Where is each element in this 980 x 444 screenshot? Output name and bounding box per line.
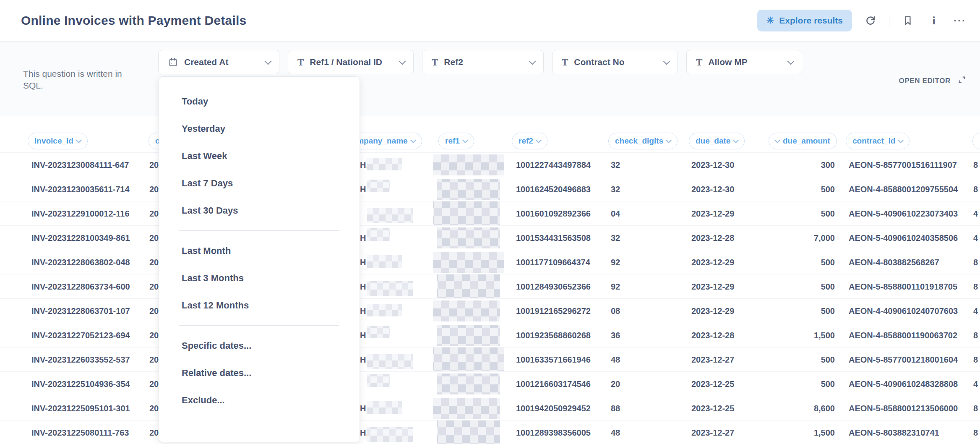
cell-ref2[interactable]: 1001227443497884	[516, 160, 591, 170]
cell-company-name-fragment[interactable]: H	[360, 233, 366, 243]
cell-contract-id[interactable]: AEON-4-4090610240707603	[849, 306, 958, 316]
cell-check-digits[interactable]: 92	[611, 282, 620, 291]
cell-ref2[interactable]: 1001534431563508	[516, 233, 591, 243]
cell-next-column-fragment[interactable]: 8	[973, 403, 978, 413]
page-title[interactable]: Online Invoices with Payment Details	[21, 13, 246, 28]
column-header-check-digits[interactable]: check_digits	[608, 133, 678, 149]
cell-check-digits[interactable]: 20	[611, 379, 620, 389]
cell-due-amount[interactable]: 7,000	[738, 233, 835, 243]
filter-contract-no[interactable]: T Contract No	[552, 50, 678, 74]
cell-company-name-fragment[interactable]: H	[360, 403, 366, 413]
cell-next-column-fragment[interactable]: 8	[973, 355, 978, 364]
cell-ref2[interactable]: 1001912165296272	[516, 306, 591, 316]
cell-check-digits[interactable]: 48	[611, 355, 620, 364]
cell-next-column-fragment[interactable]: 8	[973, 257, 978, 267]
cell-invoice-id[interactable]: INV-20231227052123-694	[31, 330, 130, 340]
cell-created-at-fragment[interactable]: 20	[149, 379, 159, 389]
cell-created-at-fragment[interactable]: 20	[149, 282, 159, 291]
cell-check-digits[interactable]: 36	[611, 330, 620, 340]
cell-invoice-id[interactable]: INV-20231228100349-861	[31, 233, 130, 243]
cell-next-column-fragment[interactable]: 8	[973, 330, 978, 340]
cell-company-name-fragment[interactable]: H	[360, 355, 366, 364]
explore-results-button[interactable]: ✳ Explore results	[757, 10, 852, 31]
menu-item-last-7-days[interactable]: Last 7 Days	[159, 170, 360, 197]
cell-created-at-fragment[interactable]: 20	[149, 257, 159, 267]
cell-ref2[interactable]: 1001216603174546	[516, 379, 591, 389]
cell-check-digits[interactable]: 88	[611, 403, 620, 413]
cell-due-amount[interactable]: 500	[738, 282, 835, 291]
cell-check-digits[interactable]: 32	[611, 184, 620, 194]
menu-item-last-week[interactable]: Last Week	[159, 142, 360, 170]
cell-company-name-fragment[interactable]: H	[360, 330, 366, 340]
cell-check-digits[interactable]: 32	[611, 233, 620, 243]
cell-ref2[interactable]: 1001284930652366	[516, 282, 591, 291]
cell-due-date[interactable]: 2023-12-29	[691, 257, 734, 267]
open-editor-button[interactable]: OPEN EDITOR	[897, 75, 969, 87]
cell-due-date[interactable]: 2023-12-30	[691, 184, 734, 194]
info-icon[interactable]: i	[926, 13, 941, 28]
cell-due-amount[interactable]: 1,500	[738, 428, 835, 437]
cell-check-digits[interactable]: 08	[611, 306, 620, 316]
column-header-contract-id[interactable]: contract_id	[846, 133, 910, 149]
column-header-partial[interactable]	[972, 133, 980, 149]
cell-ref2[interactable]: 1001177109664374	[516, 257, 590, 267]
cell-invoice-id[interactable]: INV-20231230035611-714	[31, 184, 130, 194]
cell-due-amount[interactable]: 500	[738, 306, 835, 316]
cell-due-amount[interactable]: 500	[738, 257, 835, 267]
cell-contract-id[interactable]: AEON-5-4090610240358506	[849, 233, 958, 243]
menu-item-last-3-months[interactable]: Last 3 Months	[159, 264, 360, 292]
column-header-ref1[interactable]: ref1	[438, 133, 474, 149]
menu-item-last-12-months[interactable]: Last 12 Months	[159, 292, 360, 319]
cell-created-at-fragment[interactable]: 20	[149, 330, 159, 340]
cell-due-date[interactable]: 2023-12-29	[691, 306, 734, 316]
cell-next-column-fragment[interactable]: 4	[973, 209, 978, 218]
cell-contract-id[interactable]: AEON-5-4090610223073403	[849, 209, 958, 218]
cell-next-column-fragment[interactable]: 8	[973, 428, 978, 437]
cell-contract-id[interactable]: AEON-5-8577001218001604	[849, 355, 958, 364]
bookmark-icon[interactable]	[900, 13, 915, 28]
cell-ref2[interactable]: 1001942050929452	[516, 403, 591, 413]
filter-created-at[interactable]: Created At	[158, 50, 279, 74]
cell-due-date[interactable]: 2023-12-28	[691, 330, 734, 340]
menu-item-specific-dates[interactable]: Specific dates...	[159, 332, 360, 359]
column-header-invoice-id[interactable]: invoice_id	[28, 133, 88, 149]
cell-due-amount[interactable]: 8,600	[738, 403, 835, 413]
cell-check-digits[interactable]: 92	[611, 257, 620, 267]
cell-next-column-fragment[interactable]: 8	[973, 282, 978, 291]
cell-invoice-id[interactable]: INV-20231226033552-537	[31, 355, 130, 364]
cell-ref2[interactable]: 1001633571661946	[516, 355, 591, 364]
cell-next-column-fragment[interactable]: 4	[973, 379, 978, 389]
cell-invoice-id[interactable]: INV-20231230084111-647	[31, 160, 129, 170]
cell-invoice-id[interactable]: INV-20231228063802-048	[31, 257, 130, 267]
cell-invoice-id[interactable]: INV-20231225080111-763	[31, 428, 129, 437]
menu-item-relative-dates[interactable]: Relative dates...	[159, 359, 360, 387]
menu-item-today[interactable]: Today	[159, 88, 360, 115]
column-header-due-date[interactable]: due_date	[689, 133, 745, 149]
cell-created-at-fragment[interactable]: 20	[149, 209, 159, 218]
cell-due-date[interactable]: 2023-12-30	[691, 160, 734, 170]
filter-ref1-national-id[interactable]: T Ref1 / National ID	[288, 50, 414, 74]
cell-contract-id[interactable]: AEON-5-8588001101918705	[849, 282, 957, 291]
cell-created-at-fragment[interactable]: 20	[149, 233, 159, 243]
cell-created-at-fragment[interactable]: 20	[149, 184, 159, 194]
cell-due-amount[interactable]: 500	[738, 184, 835, 194]
cell-due-amount[interactable]: 500	[738, 379, 835, 389]
cell-due-amount[interactable]: 500	[738, 355, 835, 364]
cell-created-at-fragment[interactable]: 20	[149, 306, 159, 316]
cell-next-column-fragment[interactable]: 8	[973, 160, 978, 170]
cell-ref2[interactable]: 1001289398356005	[516, 428, 591, 437]
cell-next-column-fragment[interactable]: 4	[973, 233, 978, 243]
cell-due-date[interactable]: 2023-12-25	[691, 403, 734, 413]
cell-invoice-id[interactable]: INV-20231229100012-116	[31, 209, 130, 218]
cell-due-date[interactable]: 2023-12-27	[691, 428, 734, 437]
cell-due-date[interactable]: 2023-12-25	[691, 379, 734, 389]
cell-check-digits[interactable]: 32	[611, 160, 620, 170]
cell-company-name-fragment[interactable]: H	[360, 184, 366, 194]
cell-created-at-fragment[interactable]: 20	[149, 403, 159, 413]
cell-due-date[interactable]: 2023-12-29	[691, 209, 734, 218]
menu-item-last-30-days[interactable]: Last 30 Days	[159, 197, 360, 224]
filter-allow-mp[interactable]: T Allow MP	[686, 50, 802, 74]
cell-due-amount[interactable]: 300	[738, 160, 835, 170]
cell-invoice-id[interactable]: INV-20231225095101-301	[31, 403, 130, 413]
cell-due-date[interactable]: 2023-12-29	[691, 282, 734, 291]
